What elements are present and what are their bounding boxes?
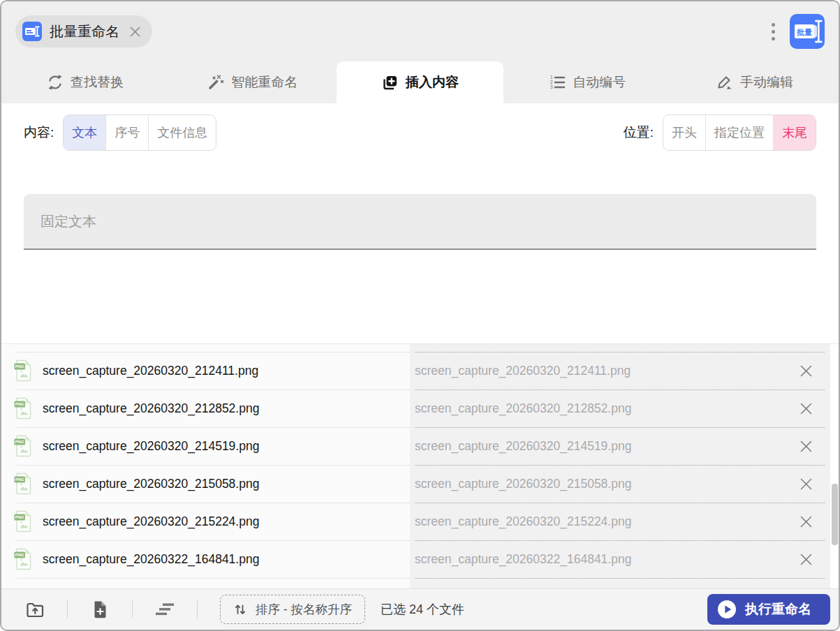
original-name-cell: PNG screen_capture_20260320_212852.png [1,389,410,427]
original-name-cell: PNG screen_capture_20260322_164841.png [1,540,410,578]
toolbar-divider [132,600,133,618]
file-rows: PNG screen_capture_20260320_212411.png s… [1,344,839,578]
png-file-icon: PNG [14,510,33,533]
file-preview-name: screen_capture_20260322_164841.png [415,552,631,567]
file-row[interactable]: PNG screen_capture_20260320_214519.png s… [1,427,839,465]
staggered-lines-icon [155,602,175,616]
import-folder-button[interactable] [21,595,49,623]
selected-count-text: 已选 24 个文件 [381,601,464,618]
position-option-end[interactable]: 末尾 [773,115,816,150]
fixed-text-input[interactable]: 固定文本 [24,194,816,250]
remove-file-icon[interactable] [799,552,813,567]
png-file-icon: PNG [14,397,33,420]
tab-bar: 查找替换 智能重命名 [1,61,839,103]
remove-file-icon[interactable] [799,364,813,378]
remove-file-icon[interactable] [799,514,813,529]
execute-rename-button[interactable]: 执行重命名 [707,594,830,625]
options-row: 内容: 文本 序号 文件信息 位置: 开头 指定位置 末尾 [24,113,816,152]
tab-find-replace[interactable]: 查找替换 [1,61,169,103]
content-option-text[interactable]: 文本 [64,115,105,150]
more-menu-icon[interactable] [767,17,779,46]
header-right-cluster: 批量 [767,14,825,49]
play-icon [718,600,736,618]
svg-text:PNG: PNG [15,440,24,444]
file-preview-name: screen_capture_20260320_214519.png [415,439,631,454]
position-option-start[interactable]: 开头 [663,115,705,150]
file-preview-name: screen_capture_20260320_215224.png [415,514,631,529]
preview-name-cell: screen_capture_20260320_215224.png [410,503,830,540]
tab-auto-number[interactable]: 1 2 3 自动编号 [503,61,671,103]
tab-manual-edit[interactable]: 手动编辑 [671,61,839,103]
file-row[interactable]: PNG screen_capture_20260320_215224.png s… [1,503,839,540]
close-icon[interactable] [128,25,142,38]
svg-text:PNG: PNG [15,477,24,482]
content-type-group: 文本 序号 文件信息 [63,114,216,151]
content-label: 内容: [24,124,54,142]
file-name: screen_capture_20260320_215224.png [43,514,259,529]
scrollbar-thumb[interactable] [832,484,838,545]
scrollbar[interactable] [830,344,839,588]
preview-name-cell: screen_capture_20260320_212411.png [410,352,830,389]
file-preview-name: screen_capture_20260320_212411.png [415,364,631,378]
position-option-specified[interactable]: 指定位置 [705,115,773,150]
add-file-button[interactable] [86,595,114,623]
svg-text:3: 3 [550,84,553,89]
tab-insert-content[interactable]: 插入内容 [337,61,504,103]
toolbar-divider [197,600,198,618]
tab-label: 手动编辑 [740,73,793,91]
tab-smart-rename[interactable]: 智能重命名 [169,61,337,103]
svg-text:PNG: PNG [15,364,24,369]
sort-button[interactable]: 排序 - 按名称升序 [220,595,365,624]
svg-text:PNG: PNG [15,402,24,406]
preview-name-cell: screen_capture_20260322_164841.png [410,540,830,578]
png-file-icon: PNG [14,435,33,457]
tab-label: 查找替换 [71,73,124,91]
file-plus-icon [91,600,108,619]
file-row[interactable]: PNG screen_capture_20260320_212852.png s… [1,389,839,427]
clear-list-button[interactable] [151,595,179,623]
remove-file-icon[interactable] [799,401,813,416]
sort-button-label: 排序 - 按名称升序 [256,601,352,618]
content-option-number[interactable]: 序号 [105,115,148,150]
app-launcher-icon[interactable]: 批量 [790,14,825,49]
content-option-fileinfo[interactable]: 文件信息 [148,115,216,150]
file-name: screen_capture_20260322_164841.png [43,552,259,567]
footer-toolbar: 排序 - 按名称升序 已选 24 个文件 执行重命名 [1,588,839,630]
file-row[interactable]: PNG screen_capture_20260320_212411.png s… [1,352,839,389]
insert-square-plus-icon [381,74,399,91]
position-group: 开头 指定位置 末尾 [663,114,816,151]
file-name: screen_capture_20260320_212411.png [43,364,258,378]
file-preview-name: screen_capture_20260320_215058.png [415,477,631,491]
numbered-list-icon: 1 2 3 [549,74,566,91]
remove-file-icon[interactable] [799,477,813,491]
original-name-cell: PNG screen_capture_20260320_215058.png [1,465,410,503]
batch-rename-window: 批量重命名 批量 [0,0,840,631]
file-list: PNG screen_capture_20260320_212411.png s… [1,343,839,588]
execute-rename-label: 执行重命名 [745,600,811,618]
sort-arrows-icon [233,602,247,616]
preview-name-cell: screen_capture_20260320_215058.png [410,465,830,503]
pencil-edit-icon [716,74,733,91]
document-tab[interactable]: 批量重命名 [15,15,152,47]
insert-content-panel: 内容: 文本 序号 文件信息 位置: 开头 指定位置 末尾 固定文本 [1,103,839,343]
batch-rename-app-icon [22,22,42,41]
png-file-icon: PNG [14,359,33,382]
svg-text:2: 2 [550,80,553,84]
remove-file-icon[interactable] [799,439,813,454]
png-file-icon: PNG [14,473,33,495]
tab-label: 智能重命名 [231,73,297,91]
original-name-cell: PNG screen_capture_20260320_214519.png [1,427,410,465]
file-row[interactable]: PNG screen_capture_20260322_164841.png s… [1,540,839,578]
png-file-icon: PNG [14,548,33,570]
fixed-text-placeholder: 固定文本 [40,212,96,231]
svg-text:PNG: PNG [15,553,24,557]
file-name: screen_capture_20260320_214519.png [43,439,259,454]
svg-text:PNG: PNG [15,515,24,519]
file-preview-name: screen_capture_20260320_212852.png [415,401,631,416]
original-name-cell: PNG screen_capture_20260320_215224.png [1,503,410,540]
swap-arrows-icon [47,74,64,91]
folder-upload-icon [26,601,45,618]
magic-wand-icon [207,74,224,91]
toolbar-divider [67,600,68,618]
file-row[interactable]: PNG screen_capture_20260320_215058.png s… [1,465,839,503]
